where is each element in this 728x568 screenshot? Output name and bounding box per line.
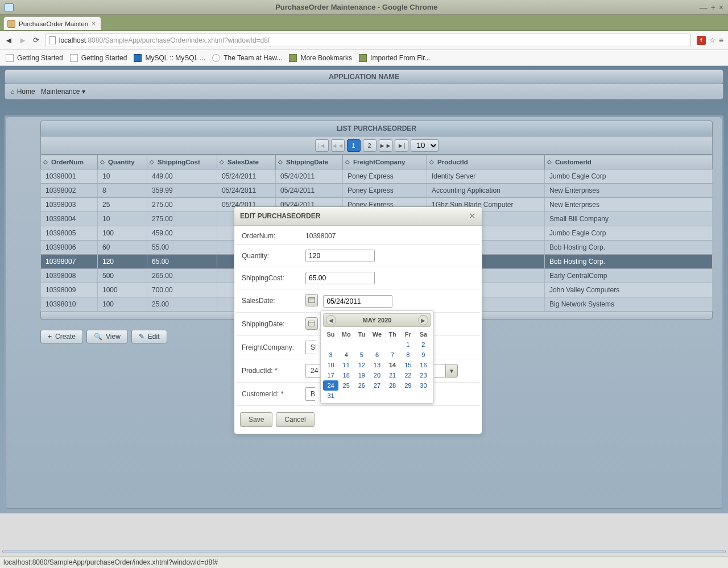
bookmark-more[interactable]: More Bookmarks <box>289 54 352 62</box>
bookmark-getting-started[interactable]: Getting Started <box>6 54 63 62</box>
datepicker-day[interactable]: 8 <box>400 350 416 360</box>
table-row[interactable]: 103980028359.9905/24/201105/24/2011Poney… <box>41 184 713 198</box>
datepicker-day[interactable]: 18 <box>338 370 354 380</box>
datepicker-day[interactable]: 1 <box>400 339 416 350</box>
datepicker-day[interactable]: 2 <box>416 339 431 350</box>
bookmark-team[interactable]: The Team at Haw... <box>212 54 282 62</box>
back-button[interactable]: ◄ <box>5 35 13 45</box>
minimize-icon[interactable]: — <box>700 3 708 12</box>
col-customerid[interactable]: ◇CustomerId <box>545 155 713 169</box>
dialog-close-icon[interactable]: ✕ <box>469 211 476 221</box>
save-button[interactable]: Save <box>240 412 272 427</box>
reload-button[interactable]: ⟳ <box>33 36 39 44</box>
col-freightcompany[interactable]: ◇FreightCompany <box>343 155 427 169</box>
view-button[interactable]: 🔍View <box>86 330 128 343</box>
close-window-icon[interactable]: × <box>719 3 723 12</box>
customerid-select[interactable]: Bob <box>305 387 315 401</box>
datepicker-day[interactable]: 15 <box>400 360 416 370</box>
address-bar[interactable]: localhost:8080/SampleApp/purchaseOrder/i… <box>45 34 691 47</box>
cell-shippingcost: 700.00 <box>147 283 217 297</box>
menu-icon[interactable]: ≡ <box>719 36 723 45</box>
cell-salesdate: 05/24/2011 <box>217 169 276 184</box>
datepicker-day[interactable]: 10 <box>323 360 338 370</box>
bookmark-getting-started-2[interactable]: Getting Started <box>70 54 127 62</box>
page-prev-button[interactable]: ◄◄ <box>331 139 345 152</box>
page-next-button[interactable]: ►► <box>379 139 392 152</box>
bookmark-mysql[interactable]: MySQL :: MySQL ... <box>134 54 205 62</box>
datepicker-day[interactable]: 5 <box>354 350 369 360</box>
col-shippingcost[interactable]: ◇ShippingCost <box>147 155 217 169</box>
cell-quantity: 100 <box>98 297 147 312</box>
salesdate-calendar-button[interactable] <box>305 294 318 306</box>
breadcrumb-maintenance[interactable]: Maintenance ▾ <box>41 88 85 96</box>
table-row[interactable]: 1039800110449.0005/24/201105/24/2011Pone… <box>41 169 713 184</box>
datepicker-day[interactable]: 13 <box>369 360 384 370</box>
page-1-button[interactable]: 1 <box>347 139 361 152</box>
tab-close-icon[interactable]: × <box>92 19 96 28</box>
cancel-button[interactable]: Cancel <box>276 412 314 427</box>
salesdate-input[interactable] <box>323 295 392 308</box>
quantity-input[interactable] <box>305 250 375 262</box>
datepicker-day[interactable]: 29 <box>400 380 416 391</box>
datepicker-day[interactable]: 28 <box>385 380 400 391</box>
datepicker-day[interactable]: 4 <box>338 350 354 360</box>
page-2-button[interactable]: 2 <box>363 139 377 152</box>
page-first-button[interactable]: |◄ <box>315 139 329 152</box>
shippingcost-input[interactable] <box>305 272 375 284</box>
create-button[interactable]: +Create <box>40 330 83 343</box>
col-quantity[interactable]: ◇Quantity <box>98 155 147 169</box>
datepicker-day[interactable]: 27 <box>369 380 384 391</box>
datepicker-day[interactable]: 20 <box>369 370 384 380</box>
datepicker-dow: Su <box>323 329 338 339</box>
edit-button[interactable]: ✎Edit <box>131 330 167 343</box>
col-shippingdate[interactable]: ◇ShippingDate <box>276 155 343 169</box>
datepicker-day[interactable]: 31 <box>323 391 338 401</box>
browser-tab[interactable]: PurchaseOrder Mainten × <box>3 16 101 30</box>
page-size-select[interactable]: 10 <box>411 139 439 152</box>
datepicker-day[interactable]: 12 <box>354 360 369 370</box>
datepicker-day[interactable]: 25 <box>338 380 354 391</box>
label-customerid: CustomerId: * <box>236 383 300 406</box>
shippingdate-calendar-button[interactable] <box>305 317 318 330</box>
datepicker-day[interactable]: 23 <box>416 370 431 380</box>
datepicker-day[interactable]: 11 <box>338 360 354 370</box>
folder-icon <box>359 54 367 62</box>
col-salesdate[interactable]: ◇SalesDate <box>217 155 276 169</box>
star-icon[interactable]: ☆ <box>709 36 715 44</box>
datepicker-prev-button[interactable]: ◀ <box>326 315 336 325</box>
svg-rect-0 <box>309 298 315 303</box>
bookmark-imported[interactable]: Imported From Fir... <box>359 54 430 62</box>
cell-customerid: Small Bill Company <box>545 212 713 226</box>
datepicker-day[interactable]: 17 <box>323 370 338 380</box>
flash-icon[interactable]: f <box>697 36 706 45</box>
datepicker-day[interactable]: 3 <box>323 350 338 360</box>
forward-button[interactable]: ► <box>19 35 27 45</box>
cell-ordernum: 10398007 <box>41 255 98 269</box>
page-last-button[interactable]: ►| <box>395 139 408 152</box>
col-productid[interactable]: ◇ProductId <box>427 155 545 169</box>
datepicker-day[interactable]: 24 <box>323 380 338 391</box>
cell-shippingcost: 55.00 <box>147 241 217 255</box>
browser-tabstrip: PurchaseOrder Mainten × <box>0 15 728 31</box>
datepicker-day[interactable]: 16 <box>416 360 431 370</box>
col-ordernum[interactable]: ◇OrderNum <box>41 155 98 169</box>
datepicker-day[interactable]: 22 <box>400 370 416 380</box>
datepicker-day[interactable]: 26 <box>354 380 369 391</box>
page-body: APPLICATION NAME ⌂Home Maintenance ▾ LIS… <box>0 66 728 513</box>
datepicker-day[interactable]: 6 <box>369 350 384 360</box>
datepicker-day[interactable]: 7 <box>385 350 400 360</box>
datepicker-day[interactable]: 30 <box>416 380 431 391</box>
search-icon: 🔍 <box>94 333 102 341</box>
maximize-icon[interactable]: + <box>711 3 715 12</box>
dialog-header[interactable]: EDIT PURCHASEORDER ✕ <box>234 207 482 226</box>
datepicker-day[interactable]: 9 <box>416 350 431 360</box>
datepicker-day[interactable]: 14 <box>385 360 400 370</box>
datepicker-next-button[interactable]: ▶ <box>418 315 428 325</box>
datepicker-day[interactable]: 21 <box>385 370 400 380</box>
cell-customerid: New Enterprises <box>545 198 713 212</box>
freightcompany-select[interactable]: Slow <box>305 341 316 354</box>
breadcrumb-home[interactable]: Home <box>17 88 35 96</box>
cell-shippingdate: 05/24/2011 <box>276 169 343 184</box>
productid-dropdown-icon[interactable]: ▼ <box>445 364 458 378</box>
datepicker-day[interactable]: 19 <box>354 370 369 380</box>
